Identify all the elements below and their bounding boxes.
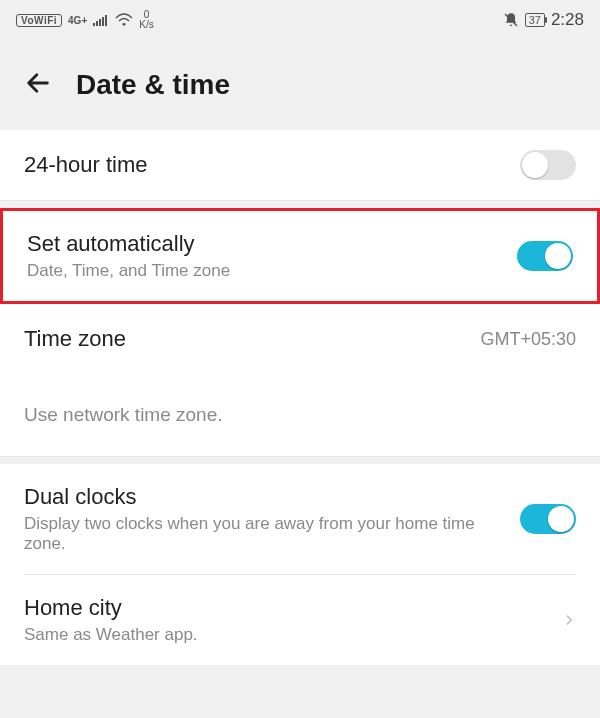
mute-icon (503, 12, 519, 28)
sublabel-home-city: Same as Weather app. (24, 625, 546, 645)
speed-unit: K/s (139, 20, 153, 30)
svg-rect-3 (102, 17, 104, 26)
label-dual-clocks: Dual clocks (24, 484, 504, 510)
svg-rect-2 (99, 19, 101, 26)
value-time-zone: GMT+05:30 (480, 329, 576, 350)
svg-rect-0 (93, 23, 95, 26)
back-button[interactable] (24, 69, 52, 101)
label-home-city: Home city (24, 595, 546, 621)
toggle-dual-clocks[interactable] (520, 504, 576, 534)
vowifi-indicator: VoWiFi (16, 14, 62, 27)
row-time-zone[interactable]: Time zone GMT+05:30 (0, 304, 600, 374)
sublabel-set-auto: Date, Time, and Time zone (27, 261, 501, 281)
label-24-hour: 24-hour time (24, 152, 504, 178)
label-time-zone: Time zone (24, 326, 464, 352)
sublabel-dual-clocks: Display two clocks when you are away fro… (24, 514, 504, 554)
wifi-icon (115, 13, 133, 27)
toggle-24-hour[interactable] (520, 150, 576, 180)
svg-rect-1 (96, 21, 98, 26)
label-set-auto: Set automatically (27, 231, 501, 257)
row-set-automatically[interactable]: Set automatically Date, Time, and Time z… (3, 211, 597, 301)
hint-network-time-zone: Use network time zone. (0, 374, 600, 456)
page-header: Date & time (0, 40, 600, 130)
back-arrow-icon (24, 69, 52, 97)
cellular-4g-label: 4G+ (68, 15, 87, 26)
status-bar: VoWiFi 4G+ 0 K/s 37 2:28 (0, 0, 600, 40)
toggle-set-automatically[interactable] (517, 241, 573, 271)
svg-rect-4 (105, 15, 107, 26)
row-24-hour-time[interactable]: 24-hour time (0, 130, 600, 200)
battery-indicator: 37 (525, 13, 545, 27)
highlight-set-automatically: Set automatically Date, Time, and Time z… (0, 208, 600, 304)
chevron-right-icon (562, 613, 576, 627)
row-dual-clocks[interactable]: Dual clocks Display two clocks when you … (0, 464, 600, 574)
signal-bars-icon (93, 14, 109, 26)
row-home-city[interactable]: Home city Same as Weather app. (0, 575, 600, 665)
page-title: Date & time (76, 69, 230, 101)
clock: 2:28 (551, 10, 584, 30)
network-speed: 0 K/s (139, 10, 153, 30)
